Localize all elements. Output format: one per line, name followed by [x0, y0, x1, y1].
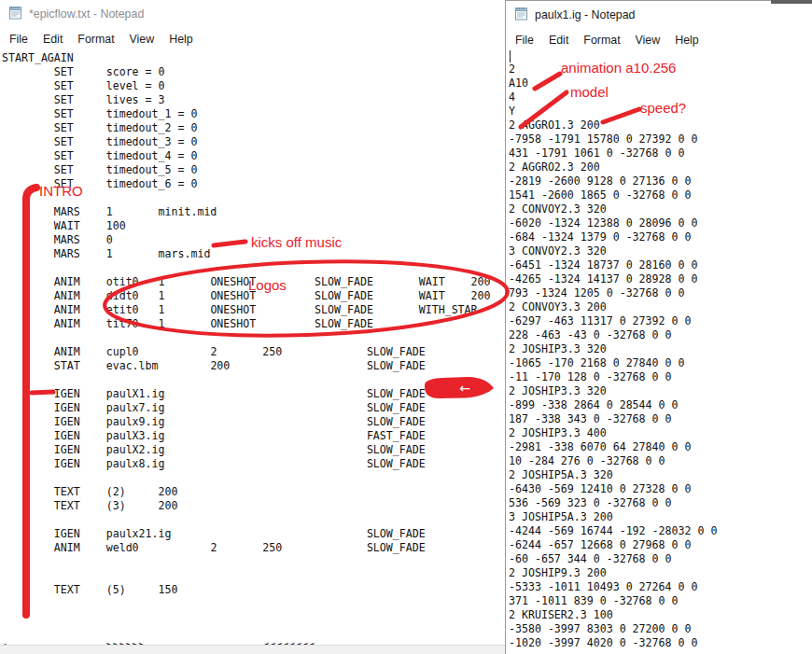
notepad-window-paulx1: paulx1.ig - Notepad File Edit Format Vie… — [505, 0, 812, 654]
menu-view[interactable]: View — [628, 31, 668, 49]
menubar-epicflow: File Edit Format View Help — [0, 28, 505, 49]
menu-view[interactable]: View — [122, 30, 162, 49]
notepad-icon[interactable] — [8, 5, 22, 23]
editor-paulx1[interactable]: 2 A10 4 Y 2 AGGRO1.3 200 -7958 -1791 157… — [509, 49, 717, 650]
menu-format[interactable]: Format — [576, 31, 627, 49]
window-title: paulx1.ig - Notepad — [535, 8, 635, 21]
window-title: *epicflow.txt - Notepad — [29, 7, 144, 21]
menu-edit[interactable]: Edit — [35, 30, 70, 49]
background-window-edge — [771, 0, 812, 4]
menu-file[interactable]: File — [508, 31, 541, 49]
notepad-icon[interactable] — [514, 6, 528, 24]
menu-file[interactable]: File — [2, 30, 35, 49]
titlebar-epicflow[interactable]: *epicflow.txt - Notepad — [0, 0, 505, 28]
menu-help[interactable]: Help — [161, 30, 200, 49]
editor-epicflow[interactable]: START_AGAIN SET score = 0 SET level = 0 … — [2, 51, 491, 653]
left-window-bottom-strip — [0, 645, 505, 654]
menu-edit[interactable]: Edit — [541, 31, 576, 49]
menu-format[interactable]: Format — [70, 30, 121, 49]
menu-help[interactable]: Help — [667, 31, 706, 49]
menubar-paulx1: File Edit Format View Help — [506, 29, 812, 50]
titlebar-paulx1[interactable]: paulx1.ig - Notepad — [506, 1, 812, 29]
notepad-window-epicflow: *epicflow.txt - Notepad File Edit Format… — [0, 0, 505, 654]
